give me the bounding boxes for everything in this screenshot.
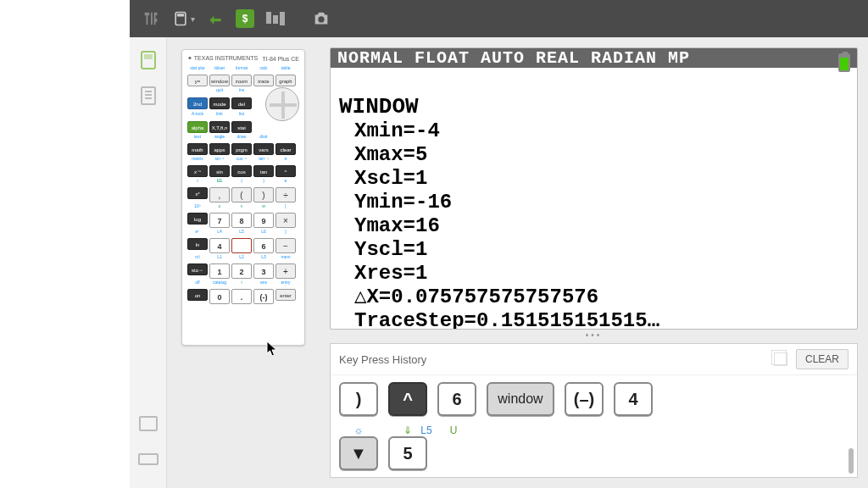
key-rparen[interactable]: ): [253, 187, 274, 202]
screen-title: WINDOW: [339, 94, 419, 119]
main-area: NORMAL FLOAT AUTO REAL RADIAN MP WINDOW …: [320, 37, 868, 488]
hist-key-5[interactable]: 5: [388, 436, 427, 470]
calculator-model: TI-84 Plus CE: [262, 56, 299, 62]
screen-body: WINDOW Xmin=-4 Xmax=5 Xscl=1 Ymin=-16 Ym…: [331, 68, 857, 330]
screen-line-tracestep: TraceStep=0.151515151515…: [339, 309, 659, 330]
sidebar-calculator-icon[interactable]: [137, 49, 159, 71]
history-row-2: ▼ 5: [339, 436, 849, 470]
key-y-equals[interactable]: y=: [187, 75, 208, 86]
key-add[interactable]: +: [275, 263, 296, 279]
key-enter[interactable]: enter: [275, 289, 296, 301]
key-1[interactable]: 1: [209, 263, 230, 279]
calculator-keypad: TEXAS INSTRUMENTS TI-84 Plus CE stat plo…: [181, 49, 305, 346]
key-alpha[interactable]: alpha: [187, 121, 208, 133]
calculator-panel: TEXAS INSTRUMENTS TI-84 Plus CE stat plo…: [167, 37, 320, 488]
left-sidebar: [130, 37, 167, 488]
key-prgm[interactable]: prgm: [231, 143, 252, 155]
panels-icon[interactable]: [266, 12, 285, 25]
horizontal-splitter[interactable]: •••: [330, 330, 858, 341]
hist-key-6[interactable]: 6: [437, 382, 476, 416]
hist-key-window[interactable]: window: [487, 382, 554, 416]
key-6[interactable]: 6: [253, 238, 274, 253]
key-del[interactable]: del: [231, 97, 252, 109]
key-stat[interactable]: stat: [231, 121, 252, 133]
key-4[interactable]: 4: [209, 238, 230, 253]
calculator-dropdown[interactable]: ▾: [172, 10, 195, 27]
copy-history-icon[interactable]: [774, 352, 787, 366]
battery-icon: [838, 53, 850, 72]
finance-icon[interactable]: $: [236, 9, 254, 28]
history-row-1: ) ^ 6 window (–) 4: [339, 382, 849, 416]
key-ln[interactable]: ln: [187, 238, 208, 250]
key-clear[interactable]: clear: [275, 143, 296, 155]
hist-key-4[interactable]: 4: [614, 382, 653, 416]
key-lparen[interactable]: (: [231, 187, 252, 202]
key-dot[interactable]: .: [231, 289, 252, 304]
screen-line-ymin: Ymin=-16: [339, 191, 452, 214]
key-vars[interactable]: vars: [253, 143, 274, 155]
hist-key-down[interactable]: ▼: [339, 436, 378, 470]
key-comma[interactable]: ,: [209, 187, 230, 202]
screenshot-icon[interactable]: [312, 9, 331, 28]
key-2nd[interactable]: 2nd: [187, 97, 208, 109]
history-title: Key Press History: [339, 353, 426, 366]
key-caret[interactable]: ^: [275, 165, 296, 177]
transfer-icon[interactable]: [207, 10, 224, 27]
key-9[interactable]: 9: [253, 213, 274, 228]
svg-rect-1: [177, 14, 184, 16]
history-row-2-labels: ☼ ⇓ L5 U: [339, 424, 849, 436]
key-sto[interactable]: sto→: [187, 263, 208, 275]
key-5[interactable]: 5: [231, 238, 252, 253]
key-window[interactable]: window: [209, 75, 230, 86]
screen-line-yscl: Yscl=1: [339, 238, 427, 261]
sidebar-documents-icon[interactable]: [137, 85, 159, 107]
key-0[interactable]: 0: [209, 289, 230, 304]
key-zoom[interactable]: zoom: [231, 75, 252, 86]
key-mode[interactable]: mode: [209, 97, 230, 109]
calculator-screen: NORMAL FLOAT AUTO REAL RADIAN MP WINDOW …: [330, 47, 858, 330]
key-cos[interactable]: cos: [231, 165, 252, 177]
key-div[interactable]: ÷: [275, 187, 296, 202]
key-xt[interactable]: X,T,θ,n: [209, 121, 230, 133]
dpad[interactable]: [265, 87, 299, 121]
key-sub[interactable]: −: [275, 238, 296, 253]
hist-key-caret[interactable]: ^: [388, 382, 427, 416]
calculator-brand: TEXAS INSTRUMENTS: [187, 55, 258, 62]
sidebar-device-icon[interactable]: [137, 417, 159, 439]
screen-line-xmax: Xmax=5: [339, 143, 427, 166]
key-trace[interactable]: trace: [253, 75, 274, 86]
screen-line-xmin: Xmin=-4: [339, 119, 440, 142]
key-x2[interactable]: x²: [187, 187, 208, 199]
screen-line-dx: △X=0.075757575757576: [339, 286, 598, 308]
key-mul[interactable]: ×: [275, 213, 296, 228]
screen-line-ymax: Ymax=16: [339, 214, 440, 237]
screen-line-xres: Xres=1: [339, 262, 427, 285]
clear-history-button[interactable]: CLEAR: [796, 349, 849, 369]
key-sin[interactable]: sin: [209, 165, 230, 177]
key-math[interactable]: math: [187, 143, 208, 155]
key-tan[interactable]: tan: [253, 165, 274, 177]
sidebar-layout-icon[interactable]: [137, 452, 159, 474]
key-graph[interactable]: graph: [275, 75, 296, 86]
screen-line-xscl: Xscl=1: [339, 167, 427, 190]
key-xinv[interactable]: x⁻¹: [187, 165, 208, 177]
top-toolbar: ▾ $: [130, 0, 868, 37]
hist-key-neg[interactable]: (–): [565, 382, 604, 416]
key-7[interactable]: 7: [209, 213, 230, 228]
ti-logo-icon: [142, 9, 160, 28]
key-2[interactable]: 2: [231, 263, 252, 279]
key-neg[interactable]: (-): [253, 289, 274, 304]
key-3[interactable]: 3: [253, 263, 274, 279]
key-log[interactable]: log: [187, 213, 208, 225]
key-on[interactable]: on: [187, 289, 208, 301]
key-8[interactable]: 8: [231, 213, 252, 228]
key-apps[interactable]: apps: [209, 143, 230, 155]
hist-key-rparen[interactable]: ): [339, 382, 378, 416]
history-scrollbar[interactable]: [849, 448, 854, 474]
screen-status-bar: NORMAL FLOAT AUTO REAL RADIAN MP: [331, 48, 857, 68]
key-history-panel: Key Press History CLEAR ) ^ 6 window (–)…: [330, 343, 858, 478]
